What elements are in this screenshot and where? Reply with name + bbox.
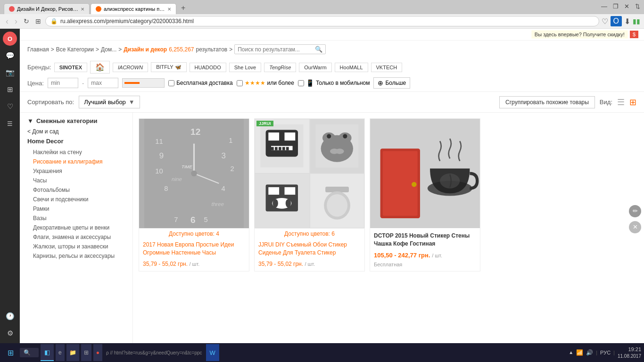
taskbar-app-1[interactable]: ◧ bbox=[41, 344, 54, 361]
tab2-close[interactable]: ✕ bbox=[167, 7, 171, 12]
breadcrumb-parent[interactable]: Дом... bbox=[101, 46, 116, 53]
mobile-only-filter[interactable]: 📱 Только в мобильном bbox=[298, 79, 370, 87]
win-restore-btn[interactable]: ❐ bbox=[613, 3, 619, 10]
breadcrumb-all-cat[interactable]: Все Категории bbox=[56, 46, 94, 53]
breadcrumb-search-box[interactable]: 🔍 bbox=[234, 44, 326, 54]
product-card-2[interactable]: JJRUI bbox=[254, 118, 365, 272]
notification-text: Вы здесь впервые? Получите скидку! bbox=[531, 30, 628, 39]
product-card-3[interactable]: DCTOP 2015 Новый Стикер Стены Чашка Кофе… bbox=[370, 118, 480, 272]
new-tab-button[interactable]: + bbox=[177, 2, 189, 14]
free-shipping-checkbox[interactable]: Бесплатная доставка bbox=[168, 80, 232, 86]
taskbar-app-6[interactable]: W bbox=[206, 344, 219, 361]
scroll-close-btn[interactable]: ✕ bbox=[629, 221, 641, 233]
nav-back-btn[interactable]: ‹ bbox=[4, 16, 10, 26]
products-area: 12 9 3 6 1 4 2 11 8 10 bbox=[133, 113, 644, 277]
windows-logo-icon: ⊞ bbox=[8, 348, 14, 357]
product-price-1: 35,79 - 55,02 грн. / шт. bbox=[139, 259, 249, 271]
win-minimize-btn[interactable]: — bbox=[601, 3, 607, 10]
nav-grid-btn[interactable]: ⊞ bbox=[33, 17, 43, 25]
clock-display[interactable]: 19:21 11.08.2017 bbox=[618, 346, 641, 359]
bookmark-icon[interactable]: ♡ bbox=[602, 17, 608, 26]
list-view-icon[interactable]: ☰ bbox=[617, 97, 625, 107]
sidebar-item-dekorativnye[interactable]: Декоративные цветы и венки bbox=[27, 223, 125, 232]
tab-bar: Дизайн И Декор, Рисова... ✕ алиэкспресс … bbox=[0, 0, 644, 14]
stars-filter[interactable]: ★★★★ или более bbox=[237, 80, 294, 86]
sidebar-chat-icon[interactable]: 💬 bbox=[3, 49, 17, 63]
sidebar-settings-icon[interactable]: ⚙ bbox=[3, 326, 17, 340]
brand-btn-hoomall[interactable]: HooMALL bbox=[335, 63, 368, 72]
tray-up-arrow-icon[interactable]: ▲ bbox=[569, 350, 573, 355]
taskbar-app-3[interactable]: 📁 bbox=[66, 344, 79, 361]
nav-forward-btn[interactable]: › bbox=[13, 16, 19, 26]
brand-btn-tengrise[interactable]: TengRise bbox=[264, 63, 296, 72]
win-close-btn[interactable]: ✕ bbox=[624, 3, 629, 10]
scroll-edit-btn[interactable]: ✏ bbox=[629, 205, 641, 217]
breadcrumb-search-icon[interactable]: 🔍 bbox=[315, 46, 322, 53]
sidebar-heart-icon[interactable]: ♡ bbox=[3, 99, 17, 114]
tab1-close[interactable]: ✕ bbox=[81, 7, 84, 12]
product-card-1[interactable]: 12 9 3 6 1 4 2 11 8 10 bbox=[139, 118, 249, 272]
categories-header[interactable]: ▼ Смежные категории bbox=[27, 117, 125, 124]
product-title-3: DCTOP 2015 Новый Стикер Стены Чашка Кофе… bbox=[370, 228, 480, 250]
tab-1[interactable]: Дизайн И Декор, Рисова... ✕ bbox=[4, 3, 90, 14]
taskbar-search[interactable]: 🔍 bbox=[20, 348, 39, 357]
price-min-input[interactable] bbox=[48, 78, 78, 88]
brand-btn-ourwarm[interactable]: OurWarm bbox=[299, 63, 331, 72]
breadcrumb-search-input[interactable] bbox=[238, 46, 313, 53]
taskbar-app-4[interactable]: ⊞ bbox=[81, 344, 91, 361]
sidebar-item-ukrasheniya[interactable]: Украшения bbox=[27, 166, 125, 176]
sidebar-clock-icon[interactable]: 🕐 bbox=[3, 309, 17, 323]
taskbar-app-5[interactable]: ● bbox=[93, 344, 102, 361]
brand-btn-bitfly[interactable]: BITFLY 🦋 bbox=[151, 62, 186, 72]
taskbar-url-label: ρ // html?site=rus&g=y&needQuery=n&tc=pp… bbox=[104, 350, 204, 355]
parent-category[interactable]: < Дом и сад bbox=[27, 128, 125, 135]
more-filters-btn[interactable]: ⊕ Больше bbox=[373, 77, 410, 89]
group-similar-btn[interactable]: Сгруппировать похожие товары bbox=[499, 96, 595, 108]
sidebar-item-zhalyuzi[interactable]: Жалюзи, шторы и занавески bbox=[27, 242, 125, 251]
tab-2[interactable]: алиэкспресс картины по... ✕ bbox=[91, 3, 176, 14]
sidebar-item-ramki[interactable]: Рамки bbox=[27, 204, 125, 214]
address-text[interactable]: ru.aliexpress.com/premium/category/20200… bbox=[60, 18, 594, 25]
sidebar-apps-icon[interactable]: ⊞ bbox=[3, 82, 17, 97]
section-title: Home Decor bbox=[27, 138, 125, 145]
sidebar-item-karnizyi[interactable]: Карнизы, рельсы и аксессуары bbox=[27, 251, 125, 261]
tab-sync-icon: ⇅ bbox=[635, 3, 640, 10]
brand-btn-house[interactable]: 🏠 bbox=[90, 61, 110, 74]
brand-btn-shelove[interactable]: She Love bbox=[229, 63, 261, 72]
grid-view-icon[interactable]: ⊞ bbox=[629, 97, 636, 107]
sidebar-item-risovanie[interactable]: Рисование и каллиграфия bbox=[27, 157, 125, 166]
svg-text:9: 9 bbox=[159, 151, 164, 160]
download-icon[interactable]: ⬇ bbox=[624, 17, 630, 26]
taskbar-app-3-icon: 📁 bbox=[69, 349, 76, 356]
sidebar-camera-icon[interactable]: 📷 bbox=[3, 66, 17, 80]
tab1-favicon bbox=[9, 6, 15, 12]
address-bar[interactable]: 🔒 ru.aliexpress.com/premium/category/202… bbox=[45, 16, 599, 26]
product-title-2: JJRUI DIY Съемный Обои Стикер Сиденье Дл… bbox=[255, 239, 364, 259]
product-color-count-1: Доступно цветов: 4 bbox=[139, 228, 249, 239]
nav-refresh-btn[interactable]: ↻ bbox=[22, 17, 31, 25]
svg-rect-25 bbox=[275, 147, 278, 150]
brand-btn-sinotex[interactable]: SINOTEX bbox=[54, 63, 87, 72]
filter-section: Бренды: SINOTEX 🏠 IACROWN BITFLY 🦋 HUADO… bbox=[20, 58, 644, 92]
price-max-input[interactable] bbox=[88, 78, 118, 88]
sidebar-item-svechi[interactable]: Свечи и подсвечники bbox=[27, 195, 125, 204]
taskbar-app-2[interactable]: e bbox=[56, 344, 65, 361]
sidebar-menu-icon[interactable]: ☰ bbox=[3, 116, 17, 131]
start-button[interactable]: ⊞ bbox=[3, 345, 18, 360]
sidebar-item-chasy[interactable]: Часы bbox=[27, 176, 125, 185]
sidebar-item-nakleiyki[interactable]: Наклейки на стену bbox=[27, 148, 125, 157]
brand-btn-huadodo[interactable]: HUADODO bbox=[190, 63, 226, 72]
sort-select[interactable]: Лучший выбор ▼ bbox=[79, 96, 140, 108]
notification-discount-btn[interactable]: $ bbox=[630, 31, 638, 38]
brand-btn-iacrown[interactable]: IACROWN bbox=[113, 63, 148, 72]
sidebar-item-vazy[interactable]: Вазы bbox=[27, 214, 125, 223]
wallet-icon[interactable]: O bbox=[611, 16, 622, 26]
opera-logo-btn[interactable]: O bbox=[3, 32, 17, 46]
price-slider[interactable] bbox=[122, 78, 165, 88]
breadcrumb-sep3: > bbox=[118, 46, 122, 53]
breadcrumb-home[interactable]: Главная bbox=[27, 46, 49, 53]
brand-btn-vktech[interactable]: VKTECH bbox=[371, 63, 403, 72]
tray-separator-2: | bbox=[613, 350, 615, 355]
sidebar-item-flagi[interactable]: Флаги, знамена и аксессуары bbox=[27, 232, 125, 242]
sidebar-item-fotoalb[interactable]: Фотоальбомы bbox=[27, 185, 125, 195]
